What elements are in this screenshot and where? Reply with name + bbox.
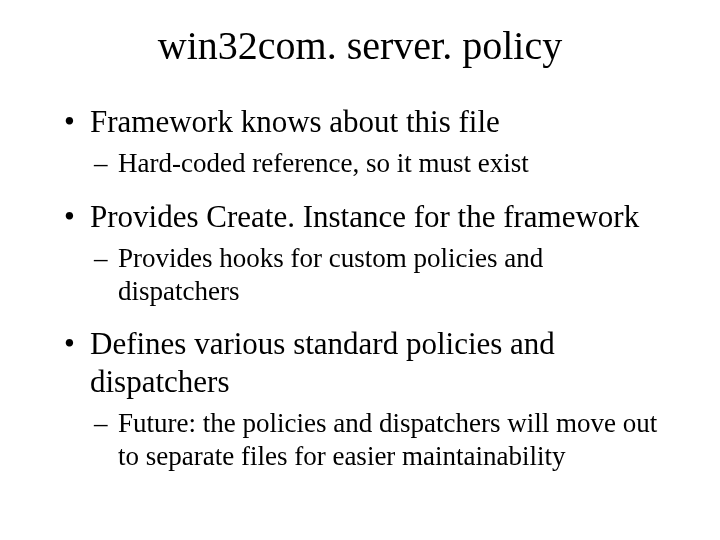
bullet-list: Framework knows about this file Hard-cod… xyxy=(60,103,660,473)
sub-list-item: Future: the policies and dispatchers wil… xyxy=(90,407,660,473)
list-item: Framework knows about this file Hard-cod… xyxy=(60,103,660,180)
list-item: Defines various standard policies and di… xyxy=(60,325,660,473)
sub-list: Provides hooks for custom policies and d… xyxy=(90,242,660,308)
list-item: Provides Create. Instance for the framew… xyxy=(60,198,660,308)
slide-title: win32com. server. policy xyxy=(60,22,660,69)
sub-list-item: Hard-coded reference, so it must exist xyxy=(90,147,660,180)
list-item-text: Defines various standard policies and di… xyxy=(90,326,555,399)
list-item-text: Framework knows about this file xyxy=(90,104,500,139)
sub-list: Hard-coded reference, so it must exist xyxy=(90,147,660,180)
list-item-text: Provides Create. Instance for the framew… xyxy=(90,199,639,234)
sub-list: Future: the policies and dispatchers wil… xyxy=(90,407,660,473)
slide: win32com. server. policy Framework knows… xyxy=(0,0,720,540)
sub-list-item: Provides hooks for custom policies and d… xyxy=(90,242,660,308)
